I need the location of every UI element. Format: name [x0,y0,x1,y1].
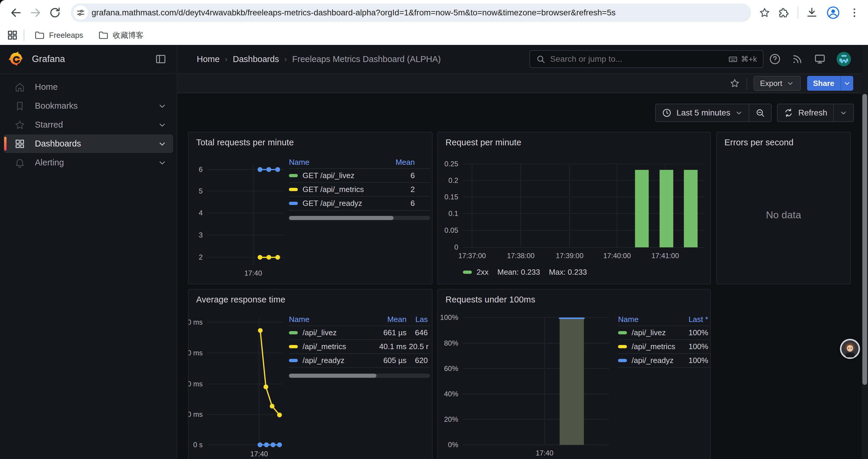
legend-series-readyz[interactable]: /api/_readyz [618,356,672,365]
extensions-icon[interactable] [778,7,790,19]
news-rss-icon[interactable] [791,53,804,65]
brand-name: Grafana [32,54,65,64]
axis-tick-label: 17:38:00 [507,252,534,260]
browser-chrome: Freeleaps 收藏博客 [0,0,868,45]
bell-icon [14,157,25,168]
chevron-down-icon [840,109,847,117]
legend-series-metrics[interactable]: GET /api/_metrics [289,185,380,194]
export-button[interactable]: Export [754,76,801,91]
grafana-header: Grafana Home › Dashboards › Freeleaps Me… [0,45,868,74]
legend-series-metrics[interactable]: /api/_metrics [618,342,672,351]
url-input[interactable] [92,8,748,18]
legend-series-metrics[interactable]: /api/_metrics [289,342,365,351]
sidebar-toggle-icon[interactable] [155,53,167,65]
legend-column-name[interactable]: Name [289,315,365,324]
header-icons [769,52,851,67]
legend-column-mean[interactable]: Mean [365,315,409,324]
legend-column-mean[interactable]: Mean [380,158,430,167]
refresh-button[interactable]: Refresh [778,104,833,121]
favorite-star-icon[interactable] [730,78,740,89]
sidebar: Home Bookmarks Starred Dashboards Alerti… [0,74,177,459]
chart-requests-under-100ms: 100%80%60%40%20%0%17:40 [463,318,609,445]
legend-column-last[interactable]: Last * [672,315,711,324]
panel-title[interactable]: Total requests per minute [196,138,294,147]
time-range-button[interactable]: Last 5 minutes [656,104,749,121]
forward-button[interactable] [27,4,44,21]
clock-icon [662,108,672,118]
share-button[interactable]: Share [807,76,840,91]
scrollbar-thumb[interactable] [289,216,394,220]
scrollbar-thumb[interactable] [862,94,867,385]
axis-tick-label: 6 [199,165,203,174]
url-bar[interactable] [71,4,751,22]
floating-assistant-avatar[interactable] [840,338,860,359]
scrollbar-thumb[interactable] [289,374,376,378]
breadcrumb-home[interactable]: Home [197,54,219,64]
chevron-down-icon[interactable] [158,158,167,167]
axis-tick-label: 40 ms [188,380,203,388]
axis-tick-label: 20% [444,415,458,424]
site-settings-icon[interactable] [73,5,88,20]
axis-tick-label: 60 ms [188,349,203,357]
legend-last-value: 646 [409,328,430,337]
panel-title[interactable]: Request per minute [445,138,522,147]
zoom-out-button[interactable] [749,104,771,121]
kiosk-monitor-icon[interactable] [814,53,826,65]
legend-column-name[interactable]: Name [618,315,672,324]
chevron-down-icon[interactable] [158,139,167,148]
legend-horizontal-scrollbar[interactable] [289,374,430,378]
page-scrollbar[interactable] [862,45,868,459]
legend-last-value: 620 [409,356,430,365]
chevron-down-icon[interactable] [158,102,167,110]
legend-series-readyz[interactable]: GET /api/_readyz [289,199,380,208]
legend-column-last[interactable]: Las [409,315,430,324]
toolbar-divider [798,6,798,19]
user-avatar[interactable] [836,52,851,67]
help-icon[interactable] [769,53,781,65]
axis-tick-label: 17:37:00 [458,252,486,260]
sidebar-item-home[interactable]: Home [4,78,173,96]
bookmark-item-blog[interactable]: 收藏博客 [93,28,148,43]
axis-tick-label: 17:40 [244,269,262,277]
grafana-logo[interactable] [8,51,24,67]
legend-series-readyz[interactable]: /api/_readyz [289,356,365,365]
panel-title[interactable]: Errors per second [724,138,794,147]
apps-grid-icon[interactable] [6,29,18,41]
reload-button[interactable] [47,4,63,21]
download-icon[interactable] [806,7,818,19]
toolbar-divider [747,77,747,89]
series-legend: 2xx Mean: 0.233 Max: 0.233 [463,268,587,277]
panel-title[interactable]: Requests under 100ms [445,295,535,304]
sidebar-item-starred[interactable]: Starred [4,116,173,134]
legend-series-2xx[interactable]: 2xx [463,268,488,277]
sidebar-item-alerting[interactable]: Alerting [4,153,173,172]
bookmark-star-icon[interactable] [759,7,771,19]
sidebar-item-bookmarks[interactable]: Bookmarks [4,97,173,115]
home-icon [14,81,25,93]
share-caret-button[interactable] [840,76,853,91]
axis-tick-label: 3 [199,231,203,239]
legend-series-livez[interactable]: /api/_livez [289,328,365,337]
browser-profile-avatar[interactable] [826,5,841,21]
legend-series-livez[interactable]: GET /api/_livez [289,171,380,180]
chevron-down-icon[interactable] [158,121,167,129]
axis-tick-label: 17:40 [250,450,268,458]
search-box[interactable]: ⌘+k [529,50,764,68]
share-split-button: Share [807,76,853,91]
legend-column-name[interactable]: Name [289,158,380,167]
sidebar-item-label: Bookmarks [35,101,78,111]
legend-horizontal-scrollbar[interactable] [289,216,430,220]
keyboard-icon [728,54,738,64]
breadcrumb-dashboards[interactable]: Dashboards [233,54,279,64]
menu-kebab-icon[interactable] [848,7,860,19]
sidebar-item-dashboards[interactable]: Dashboards [4,134,173,153]
axis-tick-label: 0.25 [444,160,458,168]
bookmark-item-freeleaps[interactable]: Freeleaps [30,28,88,43]
search-input[interactable] [550,54,723,64]
folder-icon [98,30,109,40]
panel-title[interactable]: Average response time [196,295,285,304]
legend-series-livez[interactable]: /api/_livez [618,328,672,337]
axis-tick-label: 80 ms [188,318,203,326]
back-button[interactable] [8,4,24,21]
refresh-interval-caret[interactable] [834,104,853,121]
